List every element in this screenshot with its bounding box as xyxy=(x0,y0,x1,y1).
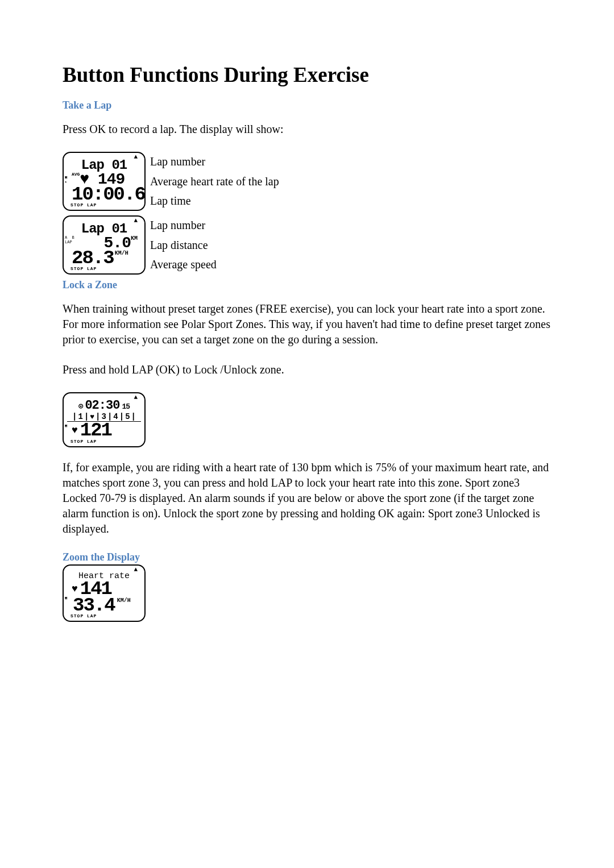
side-icons: ▣▸ xyxy=(65,176,67,184)
lock-zone-p2: Press and hold LAP (OK) to Lock /Unlock … xyxy=(63,362,551,377)
label-avg-speed: Average speed xyxy=(150,258,217,271)
stopwatch-icon: ⊙ xyxy=(78,402,82,410)
lap-screen-2-row: ▲ Lap 01 5.0KM 28.3KM/H STOP LAP A B LAP… xyxy=(63,215,551,275)
zoom-foot: STOP LAP xyxy=(70,614,141,618)
section-heading-lock-zone: Lock a Zone xyxy=(63,279,551,291)
label-lap-number-2: Lap number xyxy=(150,219,217,232)
zone-foot: STOP LAP xyxy=(70,439,141,444)
label-lap-time: Lap time xyxy=(150,194,279,207)
heart-icon: ♥ xyxy=(72,426,78,435)
zone-time: ⊙ 02:30 15 xyxy=(67,400,141,412)
section-heading-take-lap: Take a Lap xyxy=(63,99,551,111)
device-screen-zone: ▲ ⊙ 02:30 15 |1|♥|3|4|5| ♥ 121 STOP LAP … xyxy=(63,392,146,447)
lap1-labels: Lap number Average heart rate of the lap… xyxy=(146,152,279,211)
lock-zone-p3: If, for example, you are riding with a h… xyxy=(63,460,551,537)
device-screen-lap-1: ▲ Lap 01 AVG♥ 149 10:00.6 STOP LAP ▣▸ xyxy=(63,152,146,211)
heart-icon: ♥ xyxy=(72,584,78,593)
lock-zone-p1: When training without preset target zone… xyxy=(63,301,551,347)
label-lap-distance: Lap distance xyxy=(150,239,217,252)
lap2-labels: Lap number Lap distance Average speed xyxy=(146,215,217,275)
take-lap-intro: Press OK to record a lap. The display wi… xyxy=(63,122,551,137)
lap1-foot: STOP LAP xyxy=(70,203,141,207)
lap2-foot: STOP LAP xyxy=(70,267,141,271)
lap-screen-1-row: ▲ Lap 01 AVG♥ 149 10:00.6 STOP LAP ▣▸ La… xyxy=(63,152,551,211)
lap2-big: 28.3KM/H xyxy=(72,250,141,267)
avg-label: AVG xyxy=(72,172,80,177)
side-icons: ▣ xyxy=(65,596,67,601)
side-icons: ▣ xyxy=(65,424,67,429)
label-avg-hr: Average heart rate of the lap xyxy=(150,175,279,188)
label-lap-number: Lap number xyxy=(150,155,279,168)
device-screen-zoom: ▲ Heart rate ♥ 141 33.4 KM/H STOP LAP ▣ xyxy=(63,564,146,622)
section-heading-zoom: Zoom the Display xyxy=(63,551,551,563)
zoom-speed: 33.4 KM/H xyxy=(73,597,141,614)
device-screen-lap-2: ▲ Lap 01 5.0KM 28.3KM/H STOP LAP A B LAP xyxy=(63,215,146,275)
page-title: Button Functions During Exercise xyxy=(63,63,551,87)
lap1-big: 10:00.6 xyxy=(72,186,141,203)
zone-hr: ♥ 121 xyxy=(72,422,141,439)
side-icons: A B LAP xyxy=(65,236,74,244)
